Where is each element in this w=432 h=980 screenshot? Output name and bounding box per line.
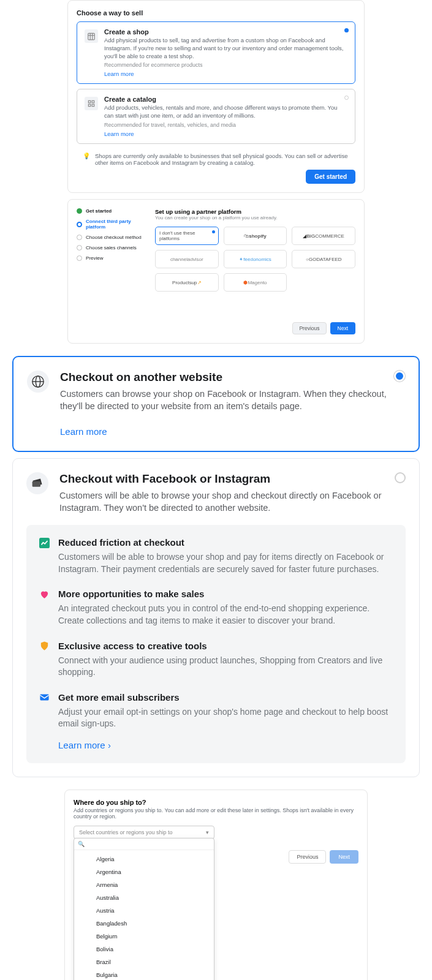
checkout-website-card[interactable]: Checkout on another website Customers ca… (12, 356, 420, 452)
create-shop-radio[interactable] (344, 28, 349, 32)
ship-placeholder: Select countries or regions you ship to (79, 829, 173, 835)
ship-sub: Add countries or regions you ship to. Yo… (74, 807, 358, 820)
ship-country-item[interactable]: Algeria (74, 853, 214, 865)
svg-rect-7 (92, 105, 94, 107)
shop-icon (85, 29, 98, 43)
feat2-title: More opportunities to make sales (58, 589, 393, 599)
svg-rect-4 (88, 101, 91, 104)
platform-shopify[interactable]: 🛍 shopify (224, 227, 287, 245)
catalog-icon (85, 97, 98, 110)
create-catalog-card[interactable]: Create a catalog Add products, vehicles,… (77, 89, 355, 144)
platform-grid: I don't use these platforms 🛍 shopify ◢B… (155, 227, 355, 292)
step-sales-channels[interactable]: Choose sales channels (77, 245, 144, 251)
platform-productsup[interactable]: Productsup↗ (155, 273, 219, 292)
lightbulb-icon: 💡 (83, 153, 90, 166)
ship-search-row: 🔍 (74, 839, 214, 850)
search-icon: 🔍 (78, 841, 85, 847)
platform-next-button[interactable]: Next (330, 322, 355, 334)
platform-feedonomics[interactable]: ✦ feedonomics (224, 250, 287, 268)
platform-magento[interactable]: ⬢ Magento (224, 273, 287, 292)
platform-setup-panel: Get started Connect third party platform… (67, 199, 365, 344)
create-catalog-title: Create a catalog (104, 96, 347, 103)
chart-icon (39, 537, 50, 548)
ship-country-item[interactable]: Brazil (74, 956, 214, 968)
create-catalog-desc: Add products, vehicles, rentals and more… (104, 104, 347, 120)
ship-country-item[interactable]: Austria (74, 904, 214, 917)
create-catalog-radio[interactable] (344, 96, 349, 100)
platform-sub: You can create your shop on a platform y… (155, 215, 355, 221)
step-checkout-method[interactable]: Choose checkout method (77, 235, 144, 240)
checkout-fb-features: Reduced friction at checkout Customers w… (26, 525, 406, 763)
create-shop-rec: Recommended for ecommerce products (104, 62, 347, 68)
feat4-title: Get more email subscribers (58, 692, 393, 703)
ship-panel: Where do you ship to? Add countries or r… (64, 790, 368, 980)
ship-title: Where do you ship to? (74, 799, 358, 806)
step-preview[interactable]: Preview (77, 255, 144, 261)
ship-country-item[interactable]: Belgium (74, 930, 214, 943)
ship-search-input[interactable] (87, 841, 210, 847)
feat1-desc: Customers will be able to browse your sh… (58, 551, 393, 575)
ship-dropdown: 🔍 AlgeriaArgentinaArmeniaAustraliaAustri… (74, 838, 214, 980)
platform-previous-button[interactable]: Previous (292, 322, 326, 334)
setup-steps: Get started Connect third party platform… (77, 208, 144, 334)
checkout-website-desc: Customers can browse your shop on Facebo… (60, 388, 405, 413)
ship-country-item[interactable]: Bulgaria (74, 968, 214, 980)
create-catalog-learn[interactable]: Learn more (104, 130, 347, 137)
feat2-desc: An integrated checkout puts you in contr… (58, 603, 393, 627)
create-catalog-rec: Recommended for travel, rentals, vehicle… (104, 122, 347, 128)
get-started-button[interactable]: Get started (306, 170, 355, 184)
card-icon (26, 472, 48, 494)
ship-country-item[interactable]: Australia (74, 891, 214, 904)
ship-country-item[interactable]: Bolivia (74, 943, 214, 956)
create-shop-title: Create a shop (104, 28, 347, 36)
svg-rect-11 (32, 481, 40, 486)
chevron-right-icon: › (108, 740, 111, 750)
sell-note-text: Shops are currently only available to bu… (95, 153, 349, 166)
step-connect-platform[interactable]: Connect third party platform (77, 219, 144, 230)
feat3-desc: Connect with your audience using product… (58, 655, 393, 679)
feat1-title: Reduced friction at checkout (58, 537, 393, 548)
globe-icon (27, 371, 49, 393)
checkout-website-radio[interactable] (394, 371, 405, 382)
choose-sell-heading: Choose a way to sell (77, 9, 355, 17)
checkout-website-title: Checkout on another website (60, 371, 405, 384)
svg-rect-13 (40, 695, 48, 701)
sell-note: 💡 Shops are currently only available to … (77, 149, 355, 170)
checkout-fb-desc: Customers will be able to browse your sh… (59, 489, 384, 514)
svg-rect-0 (88, 33, 95, 40)
heart-icon (39, 589, 50, 600)
platform-none[interactable]: I don't use these platforms (155, 227, 219, 245)
mail-icon (39, 692, 50, 703)
step-get-started[interactable]: Get started (77, 208, 144, 214)
platform-channeladvisor[interactable]: channeladvisor (155, 250, 219, 268)
ship-previous-button[interactable]: Previous (289, 850, 326, 864)
platform-bigcommerce[interactable]: ◢BIGCOMMERCE (292, 227, 355, 245)
ship-country-item[interactable]: Bangladesh (74, 917, 214, 930)
ship-country-item[interactable]: Armenia (74, 878, 214, 891)
caret-down-icon: ▾ (206, 829, 209, 835)
create-shop-learn[interactable]: Learn more (104, 70, 347, 77)
checkout-fb-card[interactable]: Checkout with Facebook or Instagram Cust… (12, 458, 420, 777)
svg-rect-6 (88, 105, 91, 107)
ship-select[interactable]: Select countries or regions you ship to … (74, 826, 214, 839)
checkout-website-learn[interactable]: Learn more (60, 426, 107, 437)
svg-rect-5 (92, 101, 94, 104)
feat3-title: Exclusive access to creative tools (58, 641, 393, 651)
checkout-fb-title: Checkout with Facebook or Instagram (59, 472, 384, 486)
feat4-desc: Adjust your email opt-in settings on you… (58, 706, 393, 730)
checkout-fb-radio[interactable] (395, 472, 406, 483)
ship-country-item[interactable]: Argentina (74, 865, 214, 878)
create-shop-desc: Add physical products to sell, tag and a… (104, 37, 347, 60)
create-shop-card[interactable]: Create a shop Add physical products to s… (77, 21, 355, 84)
ship-country-list: AlgeriaArgentinaArmeniaAustraliaAustriaB… (74, 850, 214, 980)
platform-godatafeed[interactable]: ⟐ GODATAFEED (292, 250, 355, 268)
checkout-fb-learn[interactable]: Learn more › (58, 740, 111, 750)
shield-icon (39, 641, 50, 652)
choose-sell-panel: Choose a way to sell Create a shop Add p… (67, 0, 365, 193)
platform-title: Set up using a partner platform (155, 208, 355, 215)
ship-next-button[interactable]: Next (330, 850, 358, 864)
